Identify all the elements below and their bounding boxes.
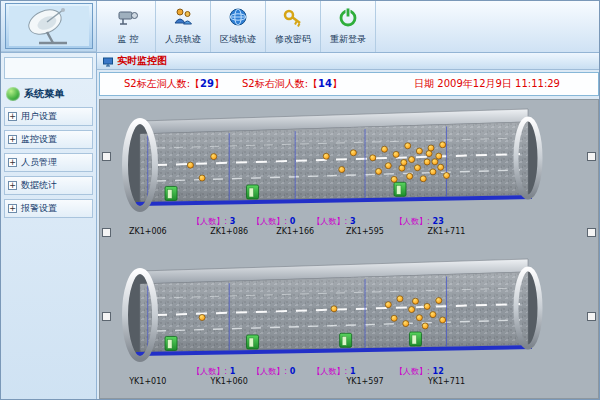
- area-track-button[interactable]: 区域轨迹: [211, 1, 266, 52]
- left-tunnel-count: S2标左洞人数:【29】: [124, 77, 224, 91]
- tunnel-right-labels: 【人数】: 1【人数】: 0【人数】: 1【人数】: 12YK1+010YK1+…: [118, 366, 550, 388]
- change-password-button-label: 修改密码: [275, 33, 311, 46]
- station-label: YK1+711: [428, 377, 465, 386]
- tunnel-right: 【人数】: 1【人数】: 0【人数】: 1【人数】: 12YK1+010YK1+…: [118, 258, 550, 388]
- sidebar-item-data-stats[interactable]: 数据统计: [4, 176, 93, 195]
- sidebar-item-label: 用户设置: [21, 110, 57, 123]
- sidebar-inset-panel: [4, 57, 93, 79]
- segment-count: 【人数】: 1: [192, 366, 235, 377]
- sidebar: 系统菜单 用户设置 监控设置 人员管理 数据统计 报警设置: [1, 53, 97, 400]
- station-label: YK1+060: [211, 377, 248, 386]
- tunnel-left: 【人数】: 3【人数】: 0【人数】: 3【人数】: 23ZK1+006ZK1+…: [118, 108, 550, 238]
- station-label: ZK1+006: [129, 227, 167, 236]
- tunnel-right-graphic: [118, 258, 550, 362]
- personnel-track-button-label: 人员轨迹: [165, 33, 201, 46]
- segment-count: 【人数】: 12: [395, 366, 444, 377]
- satellite-dish-icon: [5, 3, 93, 49]
- toolbar: 监 控 人员轨迹: [1, 1, 600, 53]
- sidebar-item-personnel-mgmt[interactable]: 人员管理: [4, 153, 93, 172]
- sidebar-item-user-settings[interactable]: 用户设置: [4, 107, 93, 126]
- station-label: ZK1+595: [346, 227, 384, 236]
- sidebar-item-label: 数据统计: [21, 179, 57, 192]
- monitor-button[interactable]: 监 控: [101, 1, 156, 52]
- right-tunnel-count: S2标右洞人数:【14】: [242, 77, 342, 91]
- tunnel-left-labels: 【人数】: 3【人数】: 0【人数】: 3【人数】: 23ZK1+006ZK1+…: [118, 216, 550, 238]
- canvas-handle[interactable]: [102, 312, 111, 321]
- relogin-button-label: 重新登录: [330, 33, 366, 46]
- camera-icon: [117, 7, 139, 31]
- relogin-power-icon: [338, 7, 358, 31]
- sidebar-item-label: 监控设置: [21, 133, 57, 146]
- sidebar-item-alarm-settings[interactable]: 报警设置: [4, 199, 93, 218]
- canvas-handle[interactable]: [102, 152, 111, 161]
- station-label: YK1+597: [346, 377, 383, 386]
- system-menu-title: 系统菜单: [24, 87, 64, 101]
- relogin-button[interactable]: 重新登录: [321, 1, 376, 52]
- segment-count: 【人数】: 1: [312, 366, 355, 377]
- app-logo: [1, 1, 97, 52]
- canvas-handle[interactable]: [102, 228, 111, 237]
- station-label: ZK1+166: [276, 227, 314, 236]
- expand-plus-icon[interactable]: [8, 112, 17, 121]
- expand-plus-icon[interactable]: [8, 204, 17, 213]
- expand-plus-icon[interactable]: [8, 181, 17, 190]
- canvas-handle[interactable]: [587, 228, 596, 237]
- area-track-button-label: 区域轨迹: [220, 33, 256, 46]
- people-track-icon: [172, 7, 194, 31]
- app-window: 监 控 人员轨迹: [0, 0, 600, 400]
- area-track-icon: [228, 7, 248, 31]
- view-tab-bar: 实时监控图: [97, 53, 600, 70]
- change-password-button[interactable]: 修改密码: [266, 1, 321, 52]
- monitor-view-icon: [103, 52, 113, 71]
- personnel-track-button[interactable]: 人员轨迹: [156, 1, 211, 52]
- segment-count: 【人数】: 23: [395, 216, 444, 227]
- tab-realtime-monitor[interactable]: 实时监控图: [117, 54, 167, 68]
- status-bar: S2标左洞人数:【29】 S2标右洞人数:【14】 日期 2009年12月9日 …: [99, 72, 599, 96]
- expand-plus-icon[interactable]: [8, 135, 17, 144]
- date-time: 日期 2009年12月9日 11:11:29: [414, 77, 560, 91]
- sidebar-item-monitor-settings[interactable]: 监控设置: [4, 130, 93, 149]
- tunnel-canvas: 【人数】: 3【人数】: 0【人数】: 3【人数】: 23ZK1+006ZK1+…: [99, 99, 599, 399]
- canvas-handle[interactable]: [587, 152, 596, 161]
- station-label: YK1+010: [129, 377, 166, 386]
- expand-plus-icon[interactable]: [8, 158, 17, 167]
- tunnel-left-graphic: [118, 108, 550, 212]
- canvas-handle[interactable]: [587, 312, 596, 321]
- password-key-icon: [282, 7, 304, 31]
- segment-count: 【人数】: 3: [192, 216, 235, 227]
- toolbar-buttons: 监 控 人员轨迹: [97, 1, 376, 52]
- sidebar-item-label: 人员管理: [21, 156, 57, 169]
- system-menu-header: 系统菜单: [4, 85, 93, 107]
- station-label: ZK1+711: [428, 227, 466, 236]
- monitor-button-label: 监 控: [118, 33, 139, 46]
- main-panel: S2标左洞人数:【29】 S2标右洞人数:【14】 日期 2009年12月9日 …: [97, 70, 600, 400]
- segment-count: 【人数】: 3: [312, 216, 355, 227]
- green-sphere-icon: [6, 87, 20, 101]
- segment-count: 【人数】: 0: [252, 216, 295, 227]
- sidebar-item-label: 报警设置: [21, 202, 57, 215]
- segment-count: 【人数】: 0: [252, 366, 295, 377]
- station-label: ZK1+086: [210, 227, 248, 236]
